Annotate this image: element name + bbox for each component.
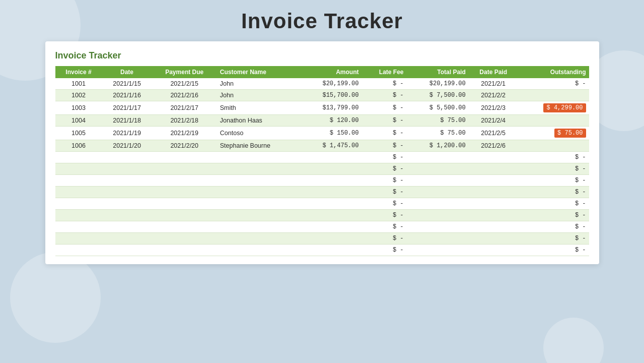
table-row-empty: $ -$ -	[55, 221, 589, 233]
col-header-outstanding: Outstanding	[518, 66, 589, 78]
bg-decoration-4	[543, 318, 604, 363]
table-row-empty: $ -$ -	[55, 152, 589, 163]
col-header-payment-due: Payment Due	[152, 66, 217, 78]
table-row-empty: $ -$ -	[55, 175, 589, 187]
table-header-row: Invoice # Date Payment Due Customer Name…	[55, 66, 589, 78]
col-header-date: Date	[102, 66, 152, 78]
table-row-empty: $ -$ -	[55, 163, 589, 175]
col-header-amount: Amount	[300, 66, 362, 78]
page-wrapper: Invoice Tracker Invoice Tracker Invoice …	[0, 0, 644, 264]
table-row: 10062021/1/202021/2/20Stephanie Bourne$ …	[55, 140, 589, 152]
invoice-table: Invoice # Date Payment Due Customer Name…	[55, 66, 589, 256]
col-header-customer: Customer Name	[217, 66, 300, 78]
col-header-total-paid: Total Paid	[407, 66, 469, 78]
col-header-late-fee: Late Fee	[362, 66, 406, 78]
card-title: Invoice Tracker	[55, 50, 589, 61]
table-body: 10012021/1/152021/2/15John$20,199.00$ -$…	[55, 78, 589, 256]
table-row-empty: $ -$ -	[55, 233, 589, 245]
table-row: 10042021/1/182021/2/18Jonathon Haas$ 120…	[55, 115, 589, 127]
table-row: 10022021/1/162021/2/16John$15,700.00$ -$…	[55, 90, 589, 101]
invoice-card: Invoice Tracker Invoice # Date Payment D…	[45, 41, 599, 264]
col-header-date-paid: Date Paid	[469, 66, 518, 78]
table-row-empty: $ -$ -	[55, 245, 589, 256]
table-row: 10032021/1/172021/2/17Smith$13,799.00$ -…	[55, 101, 589, 115]
table-row: 10052021/1/192021/2/19Contoso$ 150.00$ -…	[55, 127, 589, 140]
col-header-invoice-num: Invoice #	[55, 66, 102, 78]
table-row-empty: $ -$ -	[55, 187, 589, 198]
page-title: Invoice Tracker	[241, 9, 403, 33]
bg-decoration-2	[10, 252, 101, 343]
table-row-empty: $ -$ -	[55, 198, 589, 210]
table-row: 10012021/1/152021/2/15John$20,199.00$ -$…	[55, 78, 589, 90]
table-row-empty: $ -$ -	[55, 210, 589, 221]
